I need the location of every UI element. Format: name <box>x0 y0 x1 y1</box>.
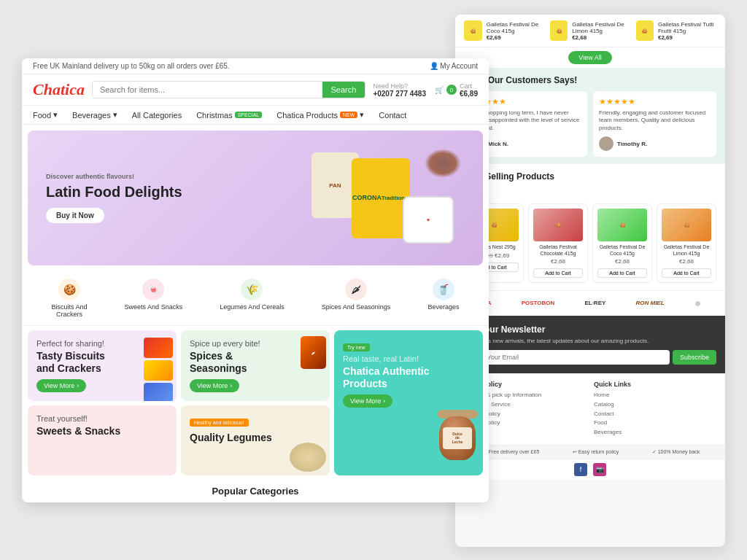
jar-body: DulcedeLeche <box>439 416 476 460</box>
strip-product-img: 🍪 <box>550 20 568 41</box>
biscuits-icon: 🍪 <box>58 279 80 300</box>
footer-bottom: 🚚 Free delivery over £65 ↩ Easy return p… <box>455 445 725 459</box>
site-footer: Store Policy Delivery & pick up Informat… <box>455 373 725 445</box>
newsletter-section: Join our Newsletter Don't miss new arriv… <box>455 316 725 373</box>
chocolate-splash <box>425 149 461 178</box>
footer-social: f 📷 <box>455 459 725 480</box>
footer-link[interactable]: Catalog <box>594 400 716 410</box>
hero-cta-button[interactable]: Buy it Now <box>46 208 104 223</box>
stars-2: ★★★★★ <box>599 97 711 106</box>
footer-quick-links-list: Home Catalog Contact Food Beverages <box>594 391 716 438</box>
footer-col-title: Quick Links <box>594 381 716 388</box>
best-selling-section: Best Selling Products Hot 🍪 Galletas Nes… <box>455 164 725 290</box>
facebook-icon[interactable]: f <box>574 463 587 476</box>
newsletter-subscribe-button[interactable]: Subscribe <box>673 350 716 365</box>
hero-subtitle: Discover authentic flavours! <box>46 173 182 180</box>
product-img-2: 🍪 <box>533 209 583 241</box>
category-label: Sweets And Snacks <box>125 303 183 311</box>
footer-link[interactable]: Contact <box>594 410 716 419</box>
card-title: Sweets & Snacks <box>36 425 168 438</box>
product-mug: ♥ <box>403 196 454 244</box>
view-all-button[interactable]: View All <box>568 51 611 64</box>
strip-product-info: Galletas Festival Tutti Frutti 415g €2,6… <box>658 21 716 41</box>
add-cart-4[interactable]: Add to Cart <box>662 268 711 278</box>
view-more-spices[interactable]: View More <box>190 379 239 392</box>
newsletter-subtitle: Don't miss new arrivals, the latest upda… <box>464 338 716 344</box>
category-legumes[interactable]: 🌾 Legumes And Cereals <box>220 279 285 318</box>
footer-link[interactable]: Food <box>594 419 716 428</box>
footer-link[interactable]: Beverages <box>594 428 716 438</box>
instagram-icon[interactable]: 📷 <box>593 463 606 476</box>
top-products-strip: 🍪 Galletas Festival De Coco 415g €2,69 🍪… <box>455 15 725 47</box>
phone-label: Need Help? <box>373 82 426 90</box>
jar-label: DulcedeLeche <box>443 427 472 449</box>
strip-product-3: 🍪 Galletas Festival Tutti Frutti 415g €2… <box>636 20 716 41</box>
category-label: Beverages <box>427 303 459 311</box>
promo-chatica: Try new Real taste, real Latin! Chatica … <box>334 330 483 475</box>
nav-food[interactable]: Food ▾ <box>33 110 58 120</box>
product-corona: CORONATraditional <box>352 158 410 238</box>
product-img-4: 🍪 <box>662 209 711 241</box>
top-bar: Free UK Mainland delivery up to 50kg on … <box>22 58 489 74</box>
category-label: Biscuits AndCrackers <box>52 303 88 318</box>
view-all-area: View All <box>455 47 725 68</box>
cart-icon: 🛒 <box>435 86 444 94</box>
strip-product-price: €2,69 <box>658 34 716 41</box>
brand-other: ● <box>694 297 702 310</box>
strip-product-img: 🍪 <box>464 20 482 41</box>
view-more-biscuits[interactable]: View More <box>36 379 86 392</box>
footer-link[interactable]: Home <box>594 391 716 400</box>
testimonials-title: What Our Customers Says! <box>464 75 716 85</box>
search-button[interactable]: Search <box>322 82 365 98</box>
products-row: 🍪 Galletas Nest 295g €2,89 €2,69 Add to … <box>464 203 716 283</box>
product-card-2: 🍪 Galletas Festival Chocolate 415g €2,68… <box>528 203 588 283</box>
category-label: Spices And Seasonings <box>322 303 391 311</box>
card-subtitle: Treat yourself! <box>36 414 168 423</box>
category-beverages[interactable]: 🥤 Beverages <box>427 279 459 318</box>
nav-chatica-products[interactable]: Chatica Products NEW ▾ <box>276 110 364 120</box>
cart-area[interactable]: 🛒 0 Cart €6,89 <box>435 82 478 98</box>
chevron-down-icon: ▾ <box>113 110 117 120</box>
hero-products: PAN CORONATraditional ♥ <box>286 138 468 258</box>
category-sweets[interactable]: 🍬 Sweets And Snacks <box>125 279 183 318</box>
search-input[interactable] <box>93 82 322 98</box>
chevron-down-icon: ▾ <box>360 110 364 120</box>
legume-bowl <box>290 443 326 472</box>
header-right: Need Help? +0207 277 4483 🛒 0 Cart €6,89 <box>373 82 478 98</box>
chatica-jar: DulcedeLeche <box>436 410 479 468</box>
card-title: Quality Legumes <box>190 432 321 444</box>
strip-product-name: Galletas Festival De Limon 415g <box>572 21 630 34</box>
biscuit-pack-2 <box>144 360 173 381</box>
promo-legumes: Healthy and delicious! Quality Legumes <box>181 405 330 476</box>
view-more-chatica[interactable]: View More <box>343 394 392 408</box>
nav-all-categories[interactable]: All Categories <box>132 111 182 120</box>
phone-number[interactable]: +0207 277 4483 <box>373 90 426 98</box>
product-price-2: €2,68 <box>533 258 583 265</box>
product-price-3: €2,68 <box>597 258 647 265</box>
biscuit-products <box>144 338 173 401</box>
testimonial-author-2: Timothy R. <box>599 136 711 151</box>
nav-christmas[interactable]: Christmas SPECIAL <box>196 111 262 120</box>
add-cart-2[interactable]: Add to Cart <box>533 268 583 278</box>
brands-row: ENA POSTOBON EL·REY Ron Miel ● <box>455 290 725 316</box>
nav-beverages[interactable]: Beverages ▾ <box>72 110 117 120</box>
category-biscuits[interactable]: 🍪 Biscuits AndCrackers <box>52 279 88 318</box>
product-price-4: €2,68 <box>662 258 711 265</box>
spices-icon: 🌶 <box>345 279 367 300</box>
cart-info: Cart €6,89 <box>460 82 478 98</box>
promo-grid: Perfect for sharing! Tasty Biscuitsand C… <box>22 326 489 480</box>
brand-elrey: EL·REY <box>584 300 605 306</box>
delivery-text: Free UK Mainland delivery up to 50kg on … <box>33 62 230 70</box>
newsletter-email-input[interactable] <box>464 350 670 365</box>
logo[interactable]: Chatica <box>33 80 85 99</box>
testimonial-text-2: Friendly, engaging and customer focused … <box>599 109 711 132</box>
hero-banner: Discover authentic flavours! Latin Food … <box>28 131 483 265</box>
card-title: Chatica AuthenticProducts <box>343 365 474 390</box>
special-badge: SPECIAL <box>235 112 263 118</box>
search-bar: Search <box>92 81 365 98</box>
add-cart-3[interactable]: Add to Cart <box>597 268 647 278</box>
account-link[interactable]: 👤 My Account <box>430 62 478 70</box>
promo-spices: Spice up every bite! Spices &Seasonings … <box>181 330 330 401</box>
nav-contact[interactable]: Contact <box>379 111 406 120</box>
category-spices[interactable]: 🌶 Spices And Seasonings <box>322 279 391 318</box>
